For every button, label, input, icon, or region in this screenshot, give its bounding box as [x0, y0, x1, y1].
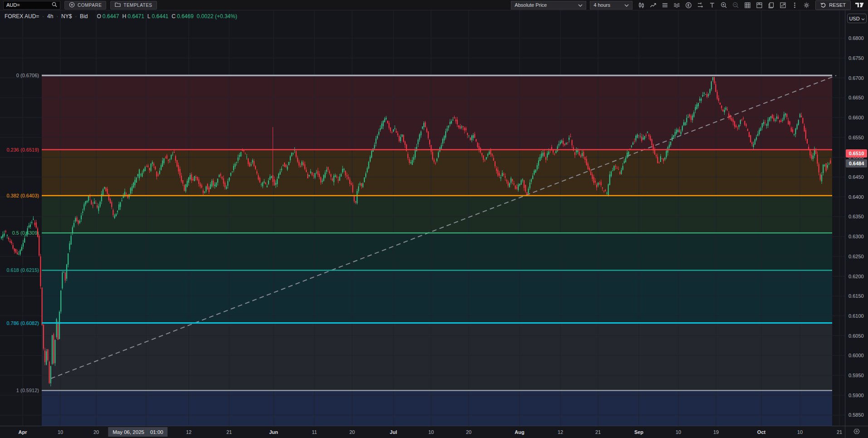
- time-axis-label: Oct: [757, 429, 765, 435]
- time-axis-label: Sep: [634, 429, 643, 435]
- legend-change: 0.0022 (+0.34%): [197, 13, 237, 20]
- time-axis-label: 10: [428, 429, 434, 435]
- price-axis-label: 0.5850: [848, 412, 864, 418]
- interval-select[interactable]: 4 hours: [590, 1, 633, 10]
- price-axis-label: 0.6300: [848, 234, 864, 239]
- time-axis-label: 19: [713, 429, 719, 435]
- compare-button[interactable]: COMPARE: [64, 1, 106, 10]
- legend-open: O0.6447: [97, 13, 119, 20]
- chart-legend: FOREX AUD= · 4h · NY$ · Bid O0.6447 H0.6…: [5, 13, 237, 20]
- fib-zone-0: [42, 75, 832, 149]
- top-toolbar: AUD= COMPARE TEMPLATES Absolute Price 4 …: [0, 0, 868, 10]
- templates-button[interactable]: TEMPLATES: [110, 1, 157, 10]
- legend-separator: ·: [56, 14, 58, 19]
- zoom-in-icon[interactable]: [719, 1, 729, 10]
- time-axis-label: 20: [93, 429, 99, 435]
- price-axis-label: 0.6100: [848, 313, 864, 319]
- events-icon[interactable]: [683, 1, 694, 10]
- alert-price-badge: 0.6510: [846, 149, 867, 157]
- price-axis-label: 0.5900: [848, 393, 864, 398]
- time-axis-label: 10: [676, 429, 681, 435]
- time-axis-label: Aug: [515, 429, 524, 435]
- legend-low: L0.6441: [147, 13, 168, 20]
- fib-label: 0.618 (0.6215): [6, 267, 39, 273]
- time-axis-label: 12: [558, 429, 563, 435]
- price-axis-label: 0.6400: [848, 194, 864, 200]
- candlestick-style-icon[interactable]: [636, 1, 647, 10]
- reset-button[interactable]: RESET: [815, 0, 851, 10]
- last-price-badge: 0.6484: [846, 159, 867, 167]
- currency-select[interactable]: USD: [847, 14, 867, 23]
- time-axis-label: Jul: [390, 429, 397, 435]
- templates-label: TEMPLATES: [123, 3, 152, 8]
- layers-icon[interactable]: [660, 1, 670, 10]
- price-axis-label: 0.5950: [848, 373, 864, 378]
- reset-arrow-icon: [820, 2, 826, 9]
- price-axis-label: 0.6650: [848, 95, 864, 100]
- fib-label: 0.786 (0.6082): [6, 320, 39, 326]
- legend-symbol[interactable]: FOREX AUD=: [5, 13, 39, 20]
- price-axis-label: 0.6150: [848, 293, 864, 299]
- fib-zone-1: [42, 150, 832, 196]
- more-options-icon[interactable]: [790, 1, 800, 10]
- chart-toolbar-icons: [636, 1, 812, 10]
- legend-separator: ·: [42, 14, 44, 19]
- fib-label: 0 (0.6706): [16, 73, 39, 78]
- legend-separator: ·: [75, 14, 77, 19]
- price-axis-label: 0.6600: [848, 115, 864, 120]
- fib-zone-6: [42, 390, 832, 426]
- time-axis[interactable]: Apr10201221Jun1120Jul1020Aug1221Sep1019O…: [0, 426, 845, 438]
- tooltip-date: May 06, 2025: [113, 429, 144, 435]
- gear-hexagon-icon: [853, 428, 860, 437]
- axis-settings-button[interactable]: [845, 426, 868, 438]
- folder-icon: [115, 2, 121, 8]
- text-tool-icon[interactable]: [707, 1, 717, 10]
- price-axis-label: 0.6450: [848, 174, 864, 180]
- price-mode-select[interactable]: Absolute Price: [511, 1, 586, 10]
- price-axis-label: 0.6250: [848, 254, 864, 259]
- compare-label: COMPARE: [78, 3, 102, 8]
- layout-add-icon[interactable]: [754, 1, 765, 10]
- price-axis-label: 0.6800: [848, 35, 864, 41]
- copy-page-icon[interactable]: [766, 1, 776, 10]
- price-axis-label: 0.6750: [848, 55, 864, 61]
- tradingview-logo-icon[interactable]: [855, 2, 865, 8]
- price-axis[interactable]: USD 0.68000.67500.67000.66500.66000.6550…: [845, 10, 868, 426]
- chevron-down-icon: [624, 2, 629, 8]
- reset-label: RESET: [829, 2, 846, 8]
- interval-value: 4 hours: [593, 2, 610, 8]
- price-axis-label: 0.6050: [848, 333, 864, 339]
- time-axis-label: 12: [186, 429, 191, 435]
- fib-zone-4: [42, 270, 832, 323]
- chevron-down-icon: [861, 16, 865, 21]
- settings-gear-icon[interactable]: [801, 1, 812, 10]
- legend-session: NY$: [61, 13, 72, 20]
- price-axis-label: 0.6350: [848, 214, 864, 219]
- fib-zone-2: [42, 196, 832, 233]
- time-axis-label: 21: [226, 429, 232, 435]
- chart-export-icon[interactable]: [778, 1, 788, 10]
- alignment-icon[interactable]: [695, 1, 706, 10]
- price-axis-label: 0.6700: [848, 75, 864, 81]
- legend-price-type: Bid: [80, 13, 88, 20]
- crosshair-date-tooltip: May 06, 2025 01:00: [108, 427, 167, 437]
- time-axis-label: 11: [312, 429, 317, 435]
- currency-value: USD: [849, 16, 859, 21]
- time-axis-label: 21: [595, 429, 601, 435]
- symbol-text: AUD=: [6, 2, 20, 8]
- symbol-search-input[interactable]: AUD=: [3, 1, 60, 10]
- time-axis-label: 10: [797, 429, 803, 435]
- fib-zone-5: [42, 323, 832, 391]
- fib-zone-3: [42, 233, 832, 270]
- chevron-down-icon: [578, 2, 583, 8]
- tooltip-time: 01:00: [150, 429, 163, 435]
- time-axis-label: Apr: [19, 429, 27, 435]
- zoom-out-icon[interactable]: [731, 1, 741, 10]
- fib-label: 0.382 (0.6403): [6, 193, 39, 198]
- indicators-icon[interactable]: [648, 1, 658, 10]
- waves-icon[interactable]: [672, 1, 682, 10]
- grid-view-icon[interactable]: [742, 1, 753, 10]
- price-axis-label: 0.6000: [848, 353, 864, 358]
- candlestick-chart-pane[interactable]: 0 (0.6706)0.236 (0.6519)0.382 (0.6403)0.…: [0, 0, 868, 438]
- time-axis-label: 20: [466, 429, 471, 435]
